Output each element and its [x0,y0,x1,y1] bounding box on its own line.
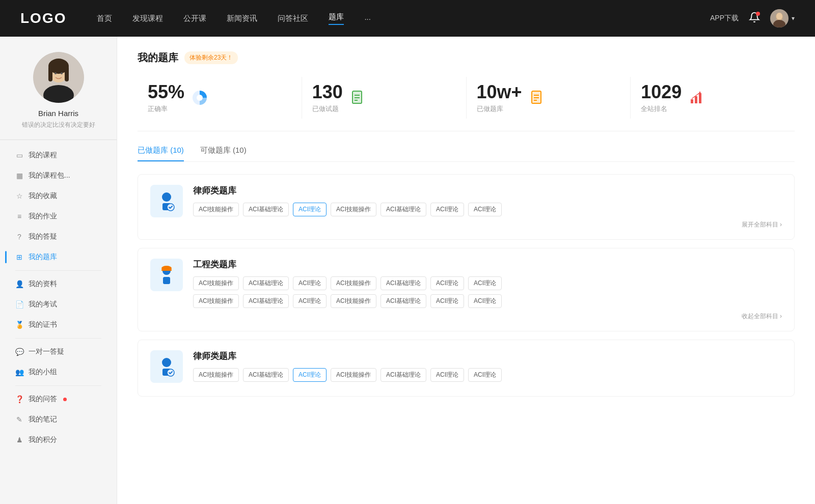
tag[interactable]: ACI技能操作 [331,276,376,290]
stat-value: 1029 [641,82,682,102]
qbank-header: 工程类题库 ACI技能操作ACI基础理论ACI理论ACI技能操作ACI基础理论A… [150,259,782,321]
sidebar-item-我的问答[interactable]: ❓我的问答 [5,389,112,409]
tab-item[interactable]: 可做题库 (10) [200,146,247,161]
notification-bell[interactable] [749,12,760,25]
app-download-link[interactable]: APP下载 [710,14,739,23]
main-content: 我的题库 体验剩余23天！ 55% 正确率 130 已做试题 [117,37,815,504]
sidebar-item-一对一答疑[interactable]: 💬一对一答疑 [5,342,112,362]
sidebar-avatar [33,52,84,103]
tag[interactable]: ACI理论 [430,203,464,216]
tag[interactable]: ACI技能操作 [193,276,239,290]
sidebar-item-label: 我的问答 [29,395,57,404]
tag[interactable]: ACI理论 [468,294,502,308]
tag[interactable]: ACI基础理论 [243,276,289,290]
sidebar-item-label: 我的积分 [29,435,57,444]
nav-item[interactable]: 公开课 [183,14,206,23]
nav-item[interactable]: 发现课程 [132,14,163,23]
nav-item[interactable]: 新闻资讯 [227,14,257,23]
sidebar-item-label: 我的笔记 [29,415,57,424]
tag[interactable]: ACI基础理论 [243,294,289,308]
group-icon: 👥 [15,368,23,376]
svg-point-11 [61,72,63,74]
tag[interactable]: ACI技能操作 [331,294,376,308]
nav-item[interactable]: 问答社区 [278,14,308,23]
tag[interactable]: ACI技能操作 [331,368,376,382]
qbank-title: 律师类题库 [193,350,782,362]
nav-item[interactable]: 首页 [97,14,112,23]
notification-dot [756,12,760,16]
pen-icon: ✎ [15,415,23,424]
tag[interactable]: ACI技能操作 [193,294,239,308]
qbank-section: 律师类题库 ACI技能操作ACI基础理论ACI理论ACI技能操作ACI基础理论A… [138,174,795,240]
tag[interactable]: ACI理论 [430,368,464,382]
tag[interactable]: ACI基础理论 [381,368,426,382]
doc-icon: ≡ [15,212,23,220]
qbank-section: 工程类题库 ACI技能操作ACI基础理论ACI理论ACI技能操作ACI基础理论A… [138,248,795,331]
sidebar-item-我的积分[interactable]: ♟我的积分 [5,430,112,450]
tag[interactable]: ACI理论 [430,276,464,290]
tag[interactable]: ACI理论 [293,203,327,216]
sidebar-item-我的题库[interactable]: ⊞我的题库 [5,247,112,267]
svg-point-10 [55,72,57,74]
sidebar-item-我的证书[interactable]: 🏅我的证书 [5,315,112,335]
sidebar-item-我的考试[interactable]: 📄我的考试 [5,294,112,315]
tag[interactable]: ACI理论 [293,294,327,308]
qbank-icon-wrap [150,185,183,217]
expand-link[interactable]: 收起全部科目 › [193,312,782,321]
qbank-title: 工程类题库 [193,259,782,270]
tag[interactable]: ACI理论 [468,203,502,216]
main-nav: 首页发现课程公开课新闻资讯问答社区题库··· [97,12,710,25]
tag[interactable]: ACI基础理论 [243,368,289,382]
sidebar-item-我的课程包...[interactable]: ▦我的课程包... [5,165,112,186]
question-icon: ? [15,233,23,241]
tags-row1: ACI技能操作ACI基础理论ACI理论ACI技能操作ACI基础理论ACI理论AC… [193,276,782,290]
tags-row1: ACI技能操作ACI基础理论ACI理论ACI技能操作ACI基础理论ACI理论AC… [193,368,782,382]
svg-rect-34 [161,269,172,271]
tag[interactable]: ACI理论 [293,368,327,382]
nav-item[interactable]: ··· [364,14,371,23]
qbank-section: 律师类题库 ACI技能操作ACI基础理论ACI理论ACI技能操作ACI基础理论A… [138,340,795,397]
tag[interactable]: ACI基础理论 [381,294,426,308]
sidebar-item-我的收藏[interactable]: ☆我的收藏 [5,186,112,206]
stat-text: 1029 全站排名 [641,82,682,114]
stat-label: 已做试题 [312,104,343,114]
tag[interactable]: ACI理论 [468,276,502,290]
qbank-icon-wrap [150,350,183,383]
stats-row: 55% 正确率 130 已做试题 10w+ 已做题库 [138,77,795,131]
nav-item[interactable]: 题库 [329,12,344,25]
sidebar-item-我的小组[interactable]: 👥我的小组 [5,362,112,382]
sidebar-item-label: 我的小组 [29,368,57,377]
tag[interactable]: ACI基础理论 [381,203,426,216]
user-avatar-wrap[interactable]: ▾ [770,9,795,27]
expand-link[interactable]: 展开全部科目 › [193,220,782,229]
qbank-content: 工程类题库 ACI技能操作ACI基础理论ACI理论ACI技能操作ACI基础理论A… [193,259,782,321]
svg-marker-27 [698,91,701,94]
tag[interactable]: ACI技能操作 [193,368,239,382]
qbank-icon-wrap [150,259,183,291]
tag[interactable]: ACI技能操作 [331,203,376,216]
header-avatar [770,9,789,27]
tag[interactable]: ACI技能操作 [193,203,239,216]
sidebar-item-我的作业[interactable]: ≡我的作业 [5,206,112,227]
svg-rect-25 [695,96,697,103]
tag[interactable]: ACI基础理论 [243,203,289,216]
tab-item[interactable]: 已做题库 (10) [138,146,184,161]
tag[interactable]: ACI理论 [293,276,327,290]
stat-item: 55% 正确率 [138,77,302,119]
sidebar-divider [15,270,101,271]
sidebar-item-我的资料[interactable]: 👤我的资料 [5,274,112,294]
tag[interactable]: ACI理论 [430,294,464,308]
stat-label: 已做题库 [477,104,522,114]
sidebar-item-label: 一对一答疑 [29,347,64,356]
sidebar-item-label: 我的作业 [29,212,57,221]
sidebar-item-我的课程[interactable]: ▭我的课程 [5,145,112,165]
sidebar-item-label: 我的课程包... [29,171,70,180]
logo: LOGO [20,10,66,26]
sidebar-item-我的答疑[interactable]: ?我的答疑 [5,227,112,247]
sidebar-menu: ▭我的课程▦我的课程包...☆我的收藏≡我的作业?我的答疑⊞我的题库👤我的资料📄… [0,145,117,450]
grid-icon: ⊞ [15,253,23,261]
sidebar-item-我的笔记[interactable]: ✎我的笔记 [5,409,112,430]
tag[interactable]: ACI基础理论 [381,276,426,290]
tag[interactable]: ACI理论 [468,368,502,382]
svg-point-3 [776,13,782,20]
